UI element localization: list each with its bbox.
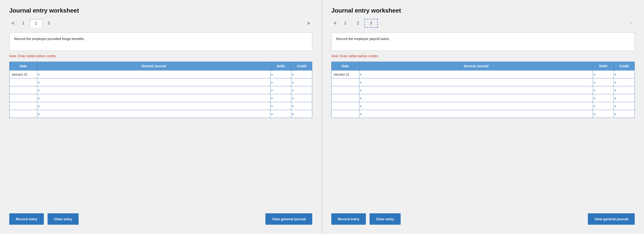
left-view-button[interactable]: View general journal: [266, 213, 312, 225]
right-debit-arrow-3: ►: [594, 97, 596, 99]
right-debit-2[interactable]: ►: [593, 86, 614, 94]
right-th-credit: Credit: [614, 62, 635, 70]
right-view-button[interactable]: View general journal: [588, 213, 635, 225]
left-date-4[interactable]: [10, 102, 37, 110]
left-debit-0[interactable]: ►: [270, 70, 292, 78]
left-th-debit: Debit: [270, 62, 292, 70]
right-date-0[interactable]: January 31: [332, 70, 359, 78]
left-journal-arrow-1: ►: [38, 81, 40, 84]
right-debit-arrow-2: ►: [594, 89, 596, 92]
left-journal-4[interactable]: ►: [37, 102, 270, 110]
right-debit-0[interactable]: ►: [593, 70, 614, 78]
right-credit-arrow-2: ►: [614, 89, 617, 92]
right-credit-arrow-4: ►: [614, 105, 617, 107]
left-journal-arrow-3: ►: [38, 97, 40, 99]
right-debit-4[interactable]: ►: [593, 102, 614, 110]
right-credit-arrow-1: ►: [614, 81, 617, 84]
left-journal-3[interactable]: ►: [37, 94, 270, 102]
right-date-3[interactable]: [332, 94, 359, 102]
left-credit-arrow-1: ►: [292, 81, 294, 84]
left-th-journal: General Journal: [37, 62, 270, 70]
left-next-arrow[interactable]: >: [304, 19, 312, 28]
left-credit-2[interactable]: ►: [292, 86, 312, 94]
right-debit-1[interactable]: ►: [593, 78, 614, 86]
left-journal-arrow-2: ►: [38, 89, 40, 92]
right-tab-2[interactable]: 2: [352, 19, 364, 28]
left-date-3[interactable]: [10, 94, 37, 102]
right-journal-arrow-4: ►: [360, 105, 362, 107]
left-prev-arrow[interactable]: <: [9, 19, 17, 28]
right-journal-4[interactable]: ►: [359, 102, 593, 110]
left-date-2[interactable]: [10, 86, 37, 94]
left-date-0[interactable]: January 31: [10, 70, 37, 78]
left-debit-3[interactable]: ►: [270, 94, 292, 102]
right-date-1[interactable]: [332, 78, 359, 86]
right-journal-arrow-5: ►: [360, 112, 362, 115]
right-record-button[interactable]: Record entry: [331, 213, 366, 225]
right-journal-arrow-1: ►: [360, 81, 362, 84]
left-credit-3[interactable]: ►: [292, 94, 312, 102]
left-tab-2[interactable]: 2: [30, 19, 42, 28]
left-debit-1[interactable]: ►: [270, 78, 292, 86]
left-journal-5[interactable]: ►: [37, 110, 270, 118]
right-credit-arrow-5: ►: [614, 112, 617, 115]
left-credit-arrow-5: ►: [292, 112, 294, 115]
left-debit-5[interactable]: ►: [270, 110, 292, 118]
left-debit-arrow-1: ►: [271, 81, 274, 84]
left-journal-1[interactable]: ►: [37, 78, 270, 86]
right-credit-4[interactable]: ►: [614, 102, 635, 110]
left-record-button[interactable]: Record entry: [9, 213, 44, 225]
left-debit-arrow-4: ►: [271, 105, 274, 107]
left-debit-2[interactable]: ►: [270, 86, 292, 94]
right-journal-5[interactable]: ►: [359, 110, 593, 118]
left-th-date: Date: [10, 62, 37, 70]
left-debit-4[interactable]: ►: [270, 102, 292, 110]
left-journal-arrow-4: ►: [38, 105, 40, 107]
right-debit-5[interactable]: ►: [593, 110, 614, 118]
right-credit-3[interactable]: ►: [614, 94, 635, 102]
left-title: Journal entry worksheet: [9, 7, 312, 14]
left-credit-4[interactable]: ►: [292, 102, 312, 110]
right-date-5[interactable]: [332, 110, 359, 118]
left-credit-arrow-0: ►: [292, 73, 294, 76]
right-debit-arrow-1: ►: [594, 81, 596, 84]
right-next-arrow[interactable]: >: [627, 19, 635, 28]
table-row: January 31 ► ► ►: [332, 70, 635, 78]
right-prev-arrow[interactable]: <: [331, 19, 339, 28]
left-credit-arrow-4: ►: [292, 105, 294, 107]
left-clear-button[interactable]: Clear entry: [48, 213, 79, 225]
right-journal-3[interactable]: ►: [359, 94, 593, 102]
right-clear-button[interactable]: Clear entry: [370, 213, 401, 225]
left-tab-1[interactable]: 1: [17, 19, 30, 28]
right-journal-arrow-2: ►: [360, 89, 362, 92]
left-credit-5[interactable]: ►: [292, 110, 312, 118]
right-credit-2[interactable]: ►: [614, 86, 635, 94]
left-tab-3[interactable]: 3: [42, 19, 55, 28]
table-row: ► ► ►: [332, 102, 635, 110]
right-debit-3[interactable]: ►: [593, 94, 614, 102]
right-credit-1[interactable]: ►: [614, 78, 635, 86]
left-credit-0[interactable]: ►: [292, 70, 312, 78]
right-th-journal: General Journal: [359, 62, 593, 70]
right-date-4[interactable]: [332, 102, 359, 110]
right-tab-1[interactable]: 1: [339, 19, 352, 28]
right-journal-2[interactable]: ►: [359, 86, 593, 94]
right-credit-5[interactable]: ►: [614, 110, 635, 118]
left-journal-2[interactable]: ►: [37, 86, 270, 94]
left-date-1[interactable]: [10, 78, 37, 86]
table-row: ► ► ►: [10, 78, 312, 86]
left-date-5[interactable]: [10, 110, 37, 118]
left-credit-1[interactable]: ►: [292, 78, 312, 86]
table-row: ► ► ►: [332, 78, 635, 86]
left-journal-0[interactable]: ►: [37, 70, 270, 78]
right-date-2[interactable]: [332, 86, 359, 94]
right-journal-arrow-0: ►: [360, 73, 362, 76]
right-credit-0[interactable]: ►: [614, 70, 635, 78]
right-tab-3[interactable]: 3: [364, 19, 378, 28]
left-journal-table: Date General Journal Debit Credit Januar…: [9, 62, 312, 118]
right-journal-0[interactable]: ►: [359, 70, 593, 78]
table-row: ► ► ►: [332, 86, 635, 94]
right-journal-1[interactable]: ►: [359, 78, 593, 86]
right-credit-arrow-3: ►: [614, 97, 617, 99]
right-debit-arrow-5: ►: [594, 112, 596, 115]
